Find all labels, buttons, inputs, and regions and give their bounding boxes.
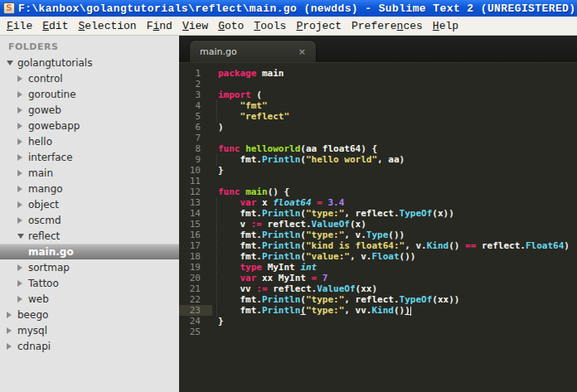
tree-item-label: goweb [28, 104, 61, 116]
menu-item-help[interactable]: Help [428, 18, 463, 34]
tree-item-label: cdnapi [17, 341, 51, 352]
code-text: fmt.Println("hello world", aa) [218, 154, 405, 165]
indent-guide-icon [216, 208, 217, 219]
tree-item-label: reflect [28, 230, 60, 242]
sidebar-folder-beego[interactable]: beego [0, 307, 179, 322]
code-line-17[interactable]: 17 fmt.Println("kind is float64:", v.Kin… [179, 240, 577, 251]
code-line-7[interactable]: 7 [179, 133, 577, 143]
tree-item-label: goroutine [28, 89, 76, 100]
code-text: func helloworld(aa float64) { [218, 143, 377, 154]
tree-item-label: gowebapp [28, 120, 80, 132]
indent-guide-icon [216, 111, 217, 122]
indent-guide-icon [216, 273, 217, 283]
menu-item-tools[interactable]: Tools [249, 18, 291, 34]
code-text: vv := reflect.ValueOf(xx) [218, 283, 377, 294]
sublime-text-icon: S [3, 2, 15, 14]
sidebar-folder-sortmap[interactable]: sortmap [0, 259, 179, 275]
code-line-20[interactable]: 20 var xx MyInt = 7 [179, 273, 577, 283]
menu-item-goto[interactable]: Goto [213, 18, 249, 34]
tree-item-label: beego [17, 309, 48, 321]
code-text: v := reflect.ValueOf(x) [218, 219, 366, 230]
sidebar-folder-main[interactable]: main [0, 165, 179, 181]
line-number: 13 [179, 197, 212, 208]
sidebar-file-main.go[interactable]: main.go [0, 244, 179, 259]
code-line-8[interactable]: 8func helloworld(aa float64) { [179, 143, 577, 154]
code-line-18[interactable]: 18 fmt.Println("value:", v.Float()) [179, 251, 577, 262]
sidebar-folder-golangtutorials[interactable]: golangtutorials [0, 55, 179, 70]
line-number: 25 [179, 327, 212, 337]
code-line-12[interactable]: 12func main() { [179, 186, 577, 197]
close-icon[interactable]: × [298, 46, 306, 57]
tree-item-label: object [28, 199, 59, 211]
sidebar-folder-hello[interactable]: hello [0, 133, 179, 149]
line-number: 7 [179, 133, 212, 143]
code-line-11[interactable]: 11 [179, 176, 577, 186]
sidebar-folder-tattoo[interactable]: Tattoo [0, 275, 179, 291]
triangle-down-icon [7, 60, 13, 65]
line-number: 10 [179, 165, 212, 176]
menu-item-file[interactable]: File [2, 18, 37, 34]
tab-main-go[interactable]: main.go × [189, 40, 317, 62]
code-line-23[interactable]: 23 fmt.Println("type:", vv.Kind()) [179, 305, 577, 316]
line-number: 18 [179, 251, 212, 262]
menu-item-view[interactable]: View [177, 18, 213, 34]
code-line-16[interactable]: 16 fmt.Println("type:", v.Type()) [179, 230, 577, 240]
menu-item-edit[interactable]: Edit [37, 18, 73, 34]
code-line-22[interactable]: 22 fmt.Println("type:", reflect.TypeOf(x… [179, 294, 577, 305]
code-line-1[interactable]: 1package main [179, 68, 577, 79]
code-line-5[interactable]: 5 "reflect" [179, 111, 577, 122]
code-editor[interactable]: 1package main23import (4 "fmt"5 "reflect… [179, 63, 577, 392]
tree-item-label: main [28, 167, 53, 179]
line-number: 22 [179, 294, 212, 305]
code-line-19[interactable]: 19 type MyInt int [179, 262, 577, 273]
code-text: } [218, 165, 224, 176]
menu-item-project[interactable]: Project [291, 18, 347, 34]
code-line-10[interactable]: 10} [179, 165, 577, 176]
code-text: import ( [218, 90, 262, 100]
triangle-right-icon [17, 264, 22, 271]
line-number: 15 [179, 219, 212, 230]
sidebar-folder-control[interactable]: control [0, 70, 179, 86]
folder-tree: golangtutorialscontrolgoroutinegowebgowe… [0, 55, 179, 354]
tree-item-label: control [28, 73, 63, 85]
sidebar-folder-mango[interactable]: mango [0, 181, 179, 196]
sidebar-folder-object[interactable]: object [0, 196, 179, 212]
line-number: 24 [179, 316, 212, 327]
sidebar-folder-reflect[interactable]: reflect [0, 228, 179, 244]
code-line-13[interactable]: 13 var x float64 = 3.4 [179, 197, 577, 208]
sidebar-folder-interface[interactable]: interface [0, 149, 179, 165]
sidebar-folder-oscmd[interactable]: oscmd [0, 212, 179, 228]
code-text: fmt.Println("kind is float64:", v.Kind()… [218, 240, 570, 251]
line-number: 23 [179, 305, 212, 316]
code-text: var x float64 = 3.4 [218, 197, 344, 208]
line-number: 17 [179, 240, 212, 251]
menu-item-find[interactable]: Find [142, 18, 177, 34]
menu-item-selection[interactable]: Selection [73, 18, 141, 34]
code-line-2[interactable]: 2 [179, 79, 577, 90]
tree-item-label: interface [28, 152, 73, 163]
code-line-15[interactable]: 15 v := reflect.ValueOf(x) [179, 219, 577, 230]
code-line-6[interactable]: 6) [179, 122, 577, 133]
tab-bar: main.go × [179, 36, 577, 63]
line-number: 19 [179, 262, 212, 273]
line-number: 6 [179, 122, 212, 133]
sidebar-folder-mysql[interactable]: mysql [0, 322, 179, 338]
line-number: 12 [179, 186, 212, 197]
code-line-25[interactable]: 25 [179, 327, 577, 337]
sidebar-folder-goweb[interactable]: goweb [0, 102, 179, 118]
sidebar-folder-web[interactable]: web [0, 291, 179, 307]
menu-item-preferences[interactable]: Preferences [347, 18, 428, 34]
sidebar-folder-gowebapp[interactable]: gowebapp [0, 118, 179, 133]
code-line-21[interactable]: 21 vv := reflect.ValueOf(xx) [179, 283, 577, 294]
code-line-3[interactable]: 3import ( [179, 90, 577, 100]
sublime-text-window: S F:\kanbox\golangtutorials\reflect\main… [0, 0, 577, 392]
code-line-24[interactable]: 24} [179, 316, 577, 327]
triangle-right-icon [17, 186, 22, 192]
tree-item-label: hello [28, 136, 52, 148]
code-line-4[interactable]: 4 "fmt" [179, 100, 577, 111]
code-line-9[interactable]: 9 fmt.Println("hello world", aa) [179, 154, 577, 165]
sidebar-folder-goroutine[interactable]: goroutine [0, 86, 179, 102]
sidebar-folder-cdnapi[interactable]: cdnapi [0, 338, 179, 354]
code-line-14[interactable]: 14 fmt.Println("type:", reflect.TypeOf(x… [179, 208, 577, 219]
line-number: 20 [179, 273, 212, 283]
